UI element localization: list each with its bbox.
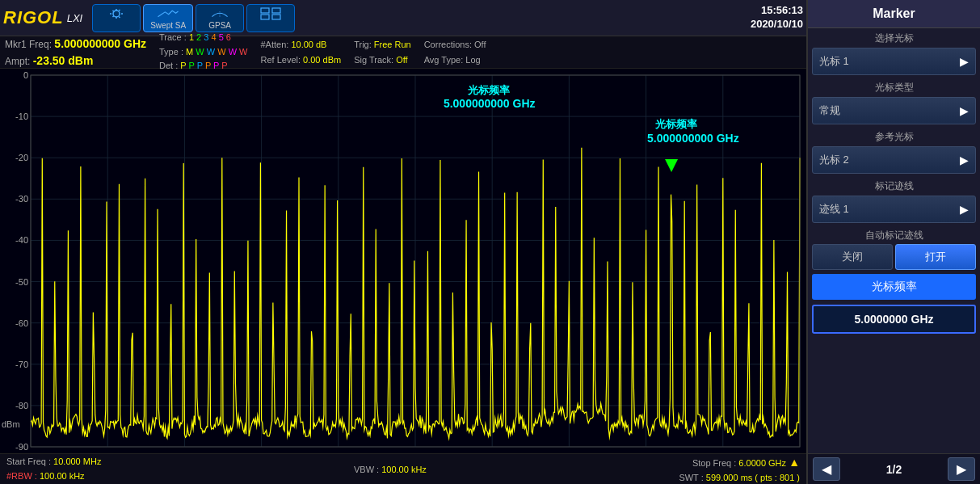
next-page-button[interactable]: ▶ xyxy=(948,457,975,481)
avg-type-value: Log xyxy=(465,55,480,65)
bottom-center: VBW : 100.00 kHz xyxy=(354,465,427,474)
rbw-value: 100.00 kHz xyxy=(40,471,85,481)
marker-type-label: 光标类型 xyxy=(808,78,980,95)
sig-track-value: Off xyxy=(396,55,407,65)
start-freq-value: 10.000 MHz xyxy=(53,457,101,466)
marker2-label: 光标 2 xyxy=(819,153,849,167)
svg-rect-4 xyxy=(261,15,269,19)
atten-label: #Atten: xyxy=(260,40,288,49)
main-area: RIGOL LXI Swept SA xyxy=(0,0,806,484)
trig-label: Trig: xyxy=(354,40,372,49)
corrections-value: Off xyxy=(474,40,486,49)
stop-freq-label: Stop Freq : xyxy=(692,458,736,468)
trace1-button[interactable]: 迹线 1 ▶ xyxy=(812,196,976,223)
ref-marker-label: 参考光标 xyxy=(808,127,980,144)
vbw-label: VBW : xyxy=(354,465,379,474)
bottom-left: Start Freq : 10.000 MHz #RBW : 100.00 kH… xyxy=(6,455,101,483)
mode-buttons: Swept SA GPSA xyxy=(92,4,295,32)
param-group: #Atten: 10.00 dB Ref Level: 0.00 dBm xyxy=(260,37,341,67)
auto-marker-toggle: 关闭 打开 xyxy=(812,244,976,270)
logo-lxi: LXI xyxy=(67,12,83,24)
svg-rect-5 xyxy=(272,15,280,19)
vbw-value: 100.00 kHz xyxy=(381,465,427,474)
marker1-label: 光标 1 xyxy=(819,54,849,69)
marker1-button[interactable]: 光标 1 ▶ xyxy=(812,48,976,75)
trace-label: Trace : xyxy=(159,32,189,42)
measurement-bar: Mkr1 Freq: 5.000000000 GHz Ampt: -23.50 … xyxy=(0,36,806,69)
corrections-group: Corrections: Off Avg Type: Log xyxy=(424,37,486,67)
freq-value[interactable]: 5.0000000 GHz xyxy=(812,305,976,334)
ref-level-label: Ref Level: xyxy=(260,55,301,65)
rtsa-button[interactable] xyxy=(246,4,295,32)
trace1-arrow: ▶ xyxy=(960,203,969,216)
svg-rect-3 xyxy=(272,8,280,13)
page-indicator: 1/2 xyxy=(886,463,902,476)
bottom-right: Stop Freq : 6.0000 GHz ▲ SWT : 599.000 m… xyxy=(679,453,800,484)
clock-date: 2020/10/10 xyxy=(751,18,803,32)
settings-button[interactable] xyxy=(92,4,141,32)
y-axis-label: dBm xyxy=(2,419,20,429)
start-freq-label: Start Freq : xyxy=(6,457,51,466)
swept-sa-label: Swept SA xyxy=(150,21,186,30)
normal-label: 常规 xyxy=(819,103,840,118)
top-bar: RIGOL LXI Swept SA xyxy=(0,0,806,36)
swt-label: SWT : xyxy=(679,473,703,482)
ref-level-value: 0.00 dBm xyxy=(303,55,341,65)
freq-label: 光标频率 xyxy=(812,274,976,300)
trig-group: Trig: Free Run Sig Track: Off xyxy=(354,37,411,67)
trace-marker-label: 标记迹线 xyxy=(808,176,980,193)
prev-page-button[interactable]: ◀ xyxy=(813,457,840,481)
right-panel: Marker 选择光标 光标 1 ▶ 光标类型 常规 ▶ 参考光标 光标 2 ▶… xyxy=(806,0,980,484)
mkr1-freq-value: 5.000000000 GHz xyxy=(54,37,146,50)
mkr1-info: Mkr1 Freq: 5.000000000 GHz Ampt: -23.50 … xyxy=(5,36,146,69)
atten-value: 10.00 dB xyxy=(291,40,326,49)
gpsa-button[interactable]: GPSA xyxy=(196,4,244,32)
select-marker-label: 选择光标 xyxy=(808,28,980,45)
rbw-label: #RBW : xyxy=(6,471,37,481)
normal-arrow: ▶ xyxy=(960,104,969,117)
marker2-arrow: ▶ xyxy=(960,154,969,166)
spectrum-canvas xyxy=(0,69,806,453)
trace1-label: 迹线 1 xyxy=(819,202,849,217)
off-button[interactable]: 关闭 xyxy=(812,244,893,270)
clock-area: 15:56:13 2020/10/10 xyxy=(751,4,803,32)
panel-bottom: ◀ 1/2 ▶ xyxy=(808,453,980,484)
bottom-bar: Start Freq : 10.000 MHz #RBW : 100.00 kH… xyxy=(0,453,806,484)
stop-freq-value: 6.0000 GHz xyxy=(738,458,786,468)
marker1-arrow: ▶ xyxy=(960,55,969,68)
chart-container: 光标频率 5.000000000 GHz dBm xyxy=(0,69,806,453)
auto-marker-label: 自动标记迹线 xyxy=(808,225,980,242)
gpsa-label: GPSA xyxy=(208,21,231,30)
marker2-button[interactable]: 光标 2 ▶ xyxy=(812,146,976,174)
corrections-label: Corrections: xyxy=(424,40,472,49)
avg-type-label: Avg Type: xyxy=(424,55,464,65)
mkr1-ampt-label: Ampt: xyxy=(5,56,30,67)
clock-time: 15:56:13 xyxy=(751,4,803,18)
mkr1-freq-label: Mkr1 Freq: xyxy=(5,39,52,50)
panel-title: Marker xyxy=(808,0,980,28)
swept-sa-button[interactable]: Swept SA xyxy=(143,4,193,32)
mkr1-ampt-value: -23.50 dBm xyxy=(33,54,94,67)
trace-info: Trace : 1 2 3 4 5 6 Type : M W W W W W D… xyxy=(159,31,247,74)
normal-button[interactable]: 常规 ▶ xyxy=(812,97,976,124)
sig-track-label: Sig Track: xyxy=(354,55,393,65)
trig-value: Free Run xyxy=(374,40,411,49)
swt-value: 599.000 ms ( pts : 801 ) xyxy=(706,473,800,482)
on-button[interactable]: 打开 xyxy=(895,244,976,270)
logo-rigol: RIGOL xyxy=(3,7,64,28)
svg-rect-2 xyxy=(261,8,269,13)
